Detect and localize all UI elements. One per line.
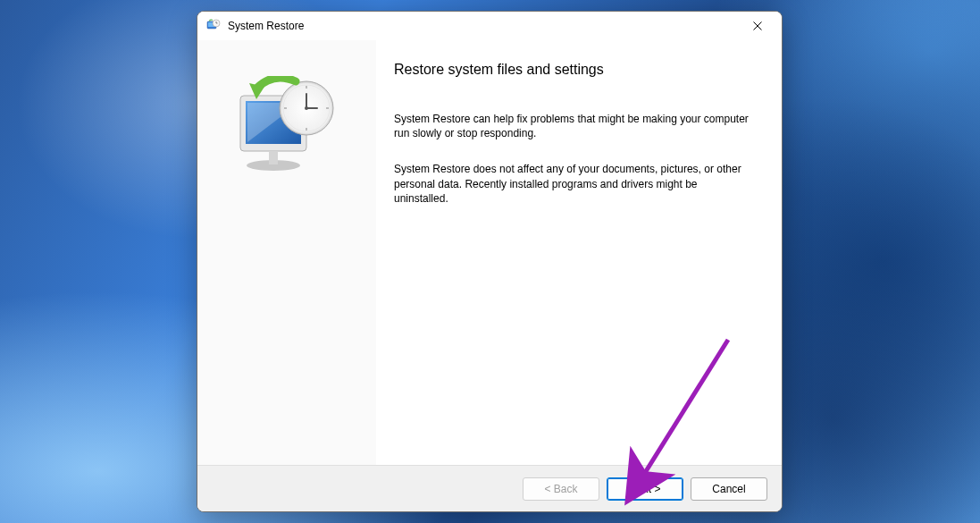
- window-title: System Restore: [228, 20, 737, 32]
- close-icon: [753, 21, 762, 30]
- titlebar[interactable]: System Restore: [197, 12, 782, 40]
- page-heading: Restore system files and settings: [394, 62, 757, 78]
- description-paragraph-2: System Restore does not affect any of yo…: [394, 162, 751, 206]
- svg-point-16: [305, 106, 308, 110]
- wizard-sidebar: [197, 40, 376, 465]
- wizard-body: Restore system files and settings System…: [197, 40, 782, 465]
- wizard-footer: < Back Next > Cancel: [197, 465, 782, 511]
- system-restore-window: System Restore: [197, 11, 783, 512]
- system-restore-large-icon: [233, 76, 340, 174]
- cancel-button[interactable]: Cancel: [691, 477, 767, 501]
- back-button: < Back: [523, 477, 599, 501]
- description-paragraph-1: System Restore can help fix problems tha…: [394, 112, 751, 140]
- next-button[interactable]: Next >: [607, 477, 683, 501]
- close-button[interactable]: [737, 12, 778, 40]
- system-restore-title-icon: [206, 19, 221, 33]
- svg-rect-5: [269, 152, 278, 164]
- wizard-content: Restore system files and settings System…: [376, 40, 782, 465]
